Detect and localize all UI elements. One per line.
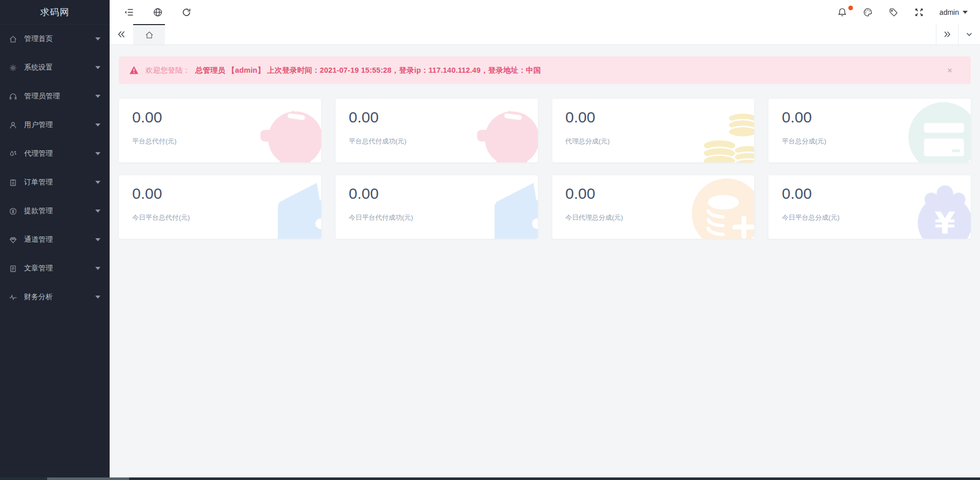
notifications-bell-icon[interactable]: [837, 7, 847, 17]
sidebar-item-agent-management[interactable]: 代理管理: [0, 139, 110, 168]
chevron-down-icon: [95, 210, 100, 213]
alert-message: 总管理员 【admin】 上次登录时间：2021-07-19 15:55:28，…: [195, 66, 541, 75]
stat-value: 0.00: [132, 185, 321, 202]
tab-home[interactable]: [133, 24, 165, 45]
stat-value: 0.00: [132, 109, 321, 126]
droplet-icon: [9, 150, 17, 158]
admin-dashboard: 求码网 管理首页 系统设置 管理员管理 用户管理 代理管理: [0, 0, 980, 480]
chevron-down-icon: [95, 66, 100, 69]
stat-card: 0.00 代理总分成(元): [552, 99, 755, 162]
sidebar-item-withdraw-management[interactable]: 提款管理: [0, 197, 110, 225]
stat-card: 0.00 平台总代付成功(元): [336, 99, 538, 162]
sidebar-item-label: 文章管理: [24, 264, 53, 273]
chevron-down-icon: [95, 152, 100, 155]
chevron-down-icon: [95, 267, 100, 270]
sidebar-item-order-management[interactable]: 订单管理: [0, 168, 110, 197]
tabs-scroll-left-icon[interactable]: [110, 24, 133, 45]
stat-label: 平台总代付成功(元): [349, 137, 538, 146]
sidebar-item-user-management[interactable]: 用户管理: [0, 111, 110, 139]
chevron-down-icon: [95, 123, 100, 127]
refresh-icon[interactable]: [181, 7, 192, 17]
theme-palette-icon[interactable]: [863, 7, 873, 17]
close-icon[interactable]: ×: [947, 66, 952, 75]
headset-icon: [9, 92, 17, 101]
stat-card: 0.00 平台总分成(元): [768, 99, 971, 162]
topbar: admin: [110, 0, 980, 24]
horizontal-scrollbar-thumb[interactable]: [47, 477, 129, 480]
warning-icon: [129, 66, 139, 75]
collapse-sidebar-icon[interactable]: [124, 7, 134, 17]
sidebar-item-label: 代理管理: [24, 149, 53, 158]
sidebar-item-channel-management[interactable]: 通道管理: [0, 225, 110, 254]
gear-icon: [9, 64, 17, 72]
stat-card: 0.00 平台总代付(元): [119, 99, 321, 162]
username: admin: [940, 8, 959, 16]
stat-label: 今日平台总代付(元): [132, 213, 321, 222]
stat-value: 0.00: [349, 109, 538, 126]
stat-label: 代理总分成(元): [566, 137, 755, 146]
fullscreen-icon[interactable]: [914, 7, 924, 17]
stat-cards-grid: 0.00 平台总代付(元) 0.00 平台总代付成功(元) 0.00 代理总分成…: [119, 99, 971, 239]
sidebar-item-label: 财务分析: [24, 293, 53, 302]
sidebar-item-label: 订单管理: [24, 178, 53, 187]
main-area: admin 欢迎您登陆： 总管理员 【admin】 上次登录时间：2021-07…: [110, 0, 980, 480]
stat-value: 0.00: [566, 185, 755, 202]
tabbar-spacer: [165, 24, 936, 45]
sidebar-item-label: 用户管理: [24, 120, 53, 130]
clipboard-icon: [9, 178, 17, 187]
yuan-circle-icon: [9, 207, 17, 216]
content-area: 欢迎您登陆： 总管理员 【admin】 上次登录时间：2021-07-19 15…: [110, 46, 980, 477]
user-icon: [9, 121, 17, 130]
pulse-icon: [9, 293, 17, 302]
stat-value: 0.00: [782, 109, 971, 126]
horizontal-scrollbar: [0, 477, 980, 480]
sidebar-item-label: 系统设置: [24, 63, 53, 72]
globe-icon[interactable]: [153, 7, 163, 17]
alert-prefix: 欢迎您登陆：: [145, 66, 190, 75]
welcome-alert: 欢迎您登陆： 总管理员 【admin】 上次登录时间：2021-07-19 15…: [119, 56, 971, 84]
stat-card: 0.00 今日平台总代付(元): [119, 175, 321, 239]
stat-value: 0.00: [782, 185, 971, 202]
article-icon: [9, 264, 17, 273]
tabs-menu-icon[interactable]: [958, 24, 980, 45]
chevron-down-icon: [95, 37, 100, 40]
sidebar-item-label: 管理首页: [24, 34, 53, 44]
sidebar-item-admin-management[interactable]: 管理员管理: [0, 82, 110, 111]
sidebar-item-finance-analysis[interactable]: 财务分析: [0, 283, 110, 311]
sidebar-item-label: 提款管理: [24, 206, 53, 216]
sidebar-item-system-settings[interactable]: 系统设置: [0, 53, 110, 82]
tabs-scroll-right-icon[interactable]: [936, 24, 958, 45]
sidebar-item-article-management[interactable]: 文章管理: [0, 254, 110, 283]
home-icon: [9, 35, 17, 44]
chevron-down-icon: [95, 95, 100, 98]
stat-value: 0.00: [349, 185, 538, 202]
sidebar-item-home[interactable]: 管理首页: [0, 25, 110, 53]
tabbar: [110, 24, 980, 45]
gem-icon: [9, 236, 17, 244]
sidebar-item-label: 通道管理: [24, 235, 53, 244]
stat-label: 平台总分成(元): [782, 137, 971, 146]
tag-icon[interactable]: [888, 7, 899, 17]
sidebar: 求码网 管理首页 系统设置 管理员管理 用户管理 代理管理: [0, 0, 110, 477]
chevron-down-icon: [95, 238, 100, 241]
brand-title: 求码网: [0, 0, 110, 25]
stat-card: 0.00 今日平台代付成功(元): [336, 175, 538, 239]
stat-card: 0.00 今日代理总分成(元): [552, 175, 755, 239]
stat-card: 0.00 今日平台总分成(元) ¥: [768, 175, 971, 239]
stat-label: 今日代理总分成(元): [566, 213, 755, 222]
chevron-down-icon: [95, 296, 100, 299]
stat-label: 平台总代付(元): [132, 137, 321, 146]
stat-value: 0.00: [566, 109, 755, 126]
chevron-down-icon: [95, 181, 100, 184]
chevron-down-icon: [963, 11, 968, 14]
sidebar-item-label: 管理员管理: [24, 92, 60, 101]
user-menu[interactable]: admin: [940, 8, 968, 16]
stat-label: 今日平台代付成功(元): [349, 213, 538, 222]
notification-badge-dot: [848, 6, 853, 10]
stat-label: 今日平台总分成(元): [782, 213, 971, 222]
